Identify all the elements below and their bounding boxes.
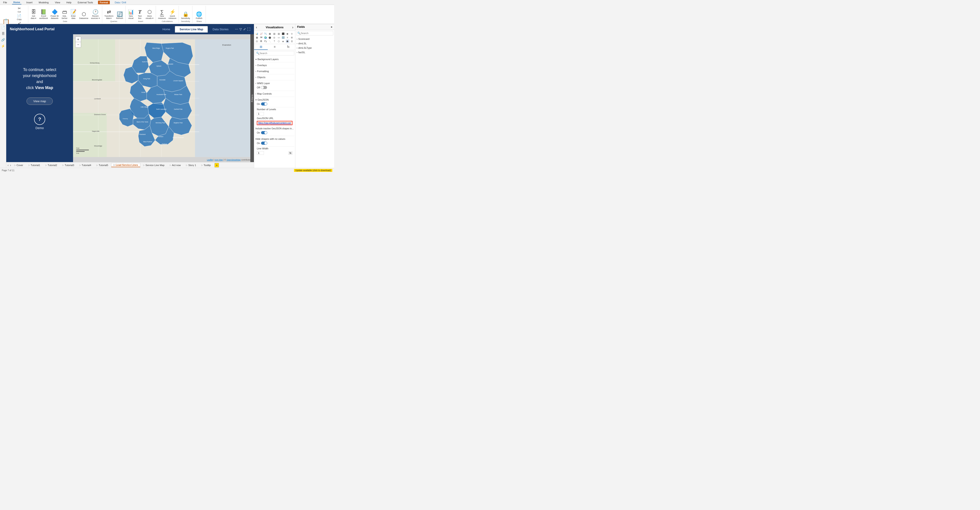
- viz-icon-bar[interactable]: 📊: [255, 32, 259, 35]
- page-tab-story1[interactable]: ▷Story 1: [183, 163, 199, 167]
- demo-icon[interactable]: ?: [34, 114, 45, 125]
- header-icon-filter[interactable]: ▽: [239, 27, 242, 31]
- viz-icon-funnel[interactable]: ⬤: [268, 36, 272, 39]
- line-width-fx[interactable]: fx: [288, 151, 293, 155]
- menu-home[interactable]: Home: [12, 0, 22, 5]
- tab-data-stories[interactable]: Data Stories: [208, 26, 233, 32]
- viz-icon-waterfall[interactable]: ▨: [277, 32, 280, 35]
- more-visuals-button[interactable]: ⬡Morevisuals ▾: [145, 9, 154, 20]
- geojson-toggle-control[interactable]: On: [257, 102, 267, 105]
- prop-header-map-controls[interactable]: › Map Controls: [255, 92, 294, 96]
- viz-tab-analytics[interactable]: fx: [282, 44, 295, 50]
- page-tab-tutorial4[interactable]: ▷Tutorial4: [77, 163, 94, 167]
- sidebar-icon-model[interactable]: 🔗: [0, 37, 6, 42]
- sidebar-icon-data[interactable]: 🗄: [1, 31, 5, 36]
- viz-icon-custom2[interactable]: ◈: [281, 40, 285, 43]
- publish-button[interactable]: 🌐Publish: [195, 11, 204, 20]
- fields-group-header-dimlsltype[interactable]: › dimLSLType: [296, 46, 333, 50]
- prop-header-background[interactable]: ▾ Background Layers: [255, 57, 294, 61]
- prop-header-objects[interactable]: › Objects: [255, 75, 294, 79]
- dataverse-button[interactable]: ⬡Dataverse: [78, 11, 89, 20]
- add-page-button[interactable]: +: [215, 163, 219, 167]
- viz-icon-pie[interactable]: ◉: [286, 32, 290, 35]
- geojson-url-input[interactable]: [257, 121, 293, 125]
- menu-external-tools[interactable]: External Tools: [76, 1, 94, 4]
- viz-icon-decomp[interactable]: ⋱: [268, 40, 272, 43]
- viz-icon-line[interactable]: 📉: [264, 32, 267, 35]
- page-tab-tooltip[interactable]: ▷Tooltip: [199, 163, 213, 167]
- text-box-button[interactable]: T Textbox: [136, 9, 144, 20]
- viz-icon-gauge[interactable]: ◎: [273, 36, 276, 39]
- viz-icon-qna[interactable]: ?: [273, 40, 276, 43]
- menu-modeling[interactable]: Modeling: [37, 1, 50, 4]
- fields-group-header-scorecard[interactable]: › Scorecard: [296, 37, 333, 41]
- viz-icon-kpi[interactable]: 🔢: [281, 36, 285, 39]
- menu-file[interactable]: File: [2, 1, 8, 4]
- quick-measure-button[interactable]: ⚡Quickmeasure: [168, 9, 177, 20]
- line-width-input[interactable]: [257, 151, 264, 155]
- new-measure-button[interactable]: ∑Newmeasure: [157, 9, 167, 20]
- osm-link[interactable]: OpenStreetMap: [226, 159, 241, 161]
- sidebar-icon-dax[interactable]: ⚡: [0, 44, 6, 49]
- menu-format[interactable]: Format: [98, 1, 110, 4]
- recent-sources-button[interactable]: 🕐Recentsources ▾: [90, 9, 101, 20]
- sql-server-button[interactable]: 🗃SQLServer: [60, 9, 68, 20]
- viz-icon-card[interactable]: ▭: [277, 36, 280, 39]
- page-tab-lead-service-lines[interactable]: ▷Lead Service Lines: [111, 163, 140, 167]
- prop-header-overlays[interactable]: › Overlays: [255, 63, 294, 67]
- viz-icon-custom4[interactable]: ☰: [290, 40, 294, 43]
- menu-help[interactable]: Help: [65, 1, 73, 4]
- tab-home[interactable]: Home: [158, 26, 175, 32]
- copy-button[interactable]: 📄Copy: [12, 14, 27, 21]
- prop-header-wms[interactable]: › WMS Layer: [255, 81, 294, 85]
- hide-shapes-toggle-control[interactable]: On: [257, 141, 267, 145]
- viz-icon-matrix[interactable]: ⊡: [255, 40, 259, 43]
- viz-search-box[interactable]: 🔍: [255, 51, 294, 56]
- page-tab-act-now[interactable]: ▷Act now: [167, 163, 183, 167]
- view-map-button[interactable]: View map: [27, 97, 53, 105]
- page-nav-next[interactable]: ›: [10, 163, 11, 167]
- viz-icon-python[interactable]: Py: [264, 40, 267, 43]
- tab-service-line-map[interactable]: Service Line Map: [175, 26, 208, 32]
- sensitivity-button[interactable]: 🔒Sensitivity: [180, 11, 191, 20]
- viz-icon-treemap[interactable]: ▦: [255, 36, 259, 39]
- num-levels-input[interactable]: [257, 112, 264, 116]
- leaflet-link[interactable]: Leaflet: [207, 159, 213, 161]
- viz-icon-area[interactable]: ▦: [268, 32, 272, 35]
- menu-data-drill[interactable]: Data / Drill: [113, 1, 127, 4]
- menu-insert[interactable]: Insert: [25, 1, 34, 4]
- viz-icon-custom3[interactable]: ⬟: [286, 40, 290, 43]
- fields-panel-nav[interactable]: »: [331, 25, 332, 29]
- wms-toggle-switch[interactable]: [261, 86, 267, 89]
- header-icon-fullscreen[interactable]: ⛶: [247, 27, 250, 31]
- viz-icon-r[interactable]: R: [259, 40, 263, 43]
- power-bi-datasets-button[interactable]: 🔷Power BIdatasets: [50, 9, 60, 20]
- sidebar-icon-report[interactable]: 📄: [0, 25, 6, 30]
- get-data-button[interactable]: 🗄Getdata ▾: [30, 9, 38, 20]
- hide-shapes-toggle-switch[interactable]: [261, 141, 267, 145]
- enter-data-button[interactable]: 📝Enterdata: [70, 9, 78, 20]
- page-nav-prev[interactable]: ‹: [7, 163, 9, 167]
- page-tab-tutorial1[interactable]: ▷Tutorial1: [26, 163, 43, 167]
- zoom-out-button[interactable]: −: [75, 42, 81, 48]
- prop-header-geojson[interactable]: ▾ GeoJSON: [255, 98, 294, 102]
- transform-data-button[interactable]: ⇄Transformdata ▾: [103, 9, 115, 20]
- wms-toggle-control[interactable]: Off: [257, 86, 267, 89]
- geojson-toggle-switch[interactable]: [261, 102, 267, 105]
- excel-workbook-button[interactable]: 📗Excelworkbook: [38, 9, 49, 20]
- icon-map-link[interactable]: Icon Map: [215, 159, 223, 161]
- inactive-toggle-switch[interactable]: [261, 131, 267, 134]
- viz-icon-scatter[interactable]: ⬛: [281, 32, 285, 35]
- page-tab-service-line-map[interactable]: ▷Service Line Map: [141, 163, 167, 167]
- page-tab-tutorial3[interactable]: ▷Tutorial3: [60, 163, 76, 167]
- cut-button[interactable]: ✂Cut: [12, 6, 27, 13]
- viz-icon-map[interactable]: 🗺: [259, 36, 263, 39]
- filters-tab[interactable]: Filters: [250, 34, 254, 162]
- new-visual-button[interactable]: 📊Newvisual: [127, 9, 135, 20]
- viz-icon-ribbon[interactable]: ▧: [273, 32, 276, 35]
- map-area[interactable]: Evanston Schaumburg Bloomingdale Lombard…: [73, 34, 254, 162]
- menu-view[interactable]: View: [54, 1, 62, 4]
- viz-icon-slicer[interactable]: ≡: [286, 36, 290, 39]
- viz-icon-column[interactable]: 📈: [259, 32, 263, 35]
- page-tab-tutorial5[interactable]: ▷Tutorial5: [94, 163, 110, 167]
